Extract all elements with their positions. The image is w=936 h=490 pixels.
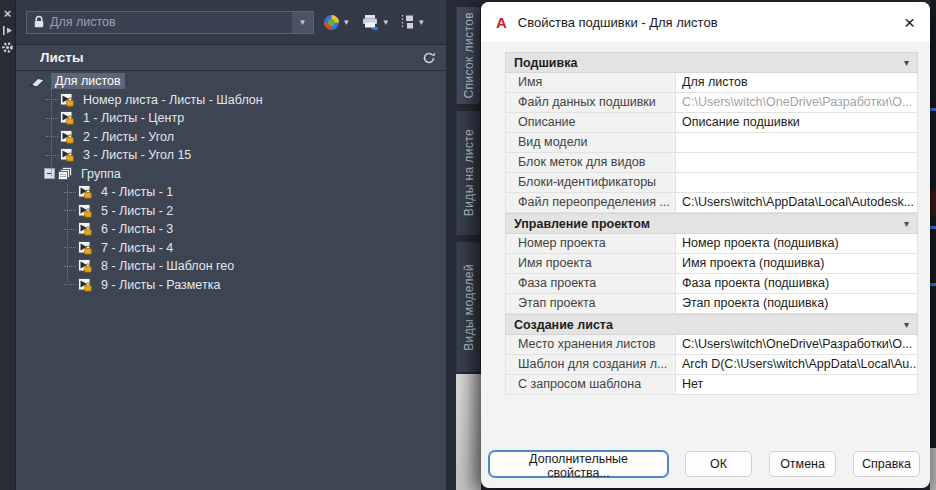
property-value[interactable]: Описание подшивки [676,113,917,132]
property-value[interactable]: Этап проекта (подшивка) [676,294,917,313]
tree-connector [46,99,58,100]
chevron-down-icon: ▾ [381,18,392,27]
tree-item[interactable]: Группа [18,165,444,184]
section-title: Подшивка [514,56,577,70]
property-label: Шаблон для создания л... [506,355,676,374]
tree-item[interactable]: 1 - Листы - Центр [18,109,444,128]
close-icon[interactable]: × [904,13,915,32]
tree-item-label: Группа [77,166,125,182]
help-button[interactable]: Справка [853,451,920,477]
sheet-icon [60,111,74,125]
tree-item-label: 4 - Листы - 1 [97,184,177,200]
tree-connector [64,229,76,230]
property-value[interactable]: C:\Users\witch\OneDrive\Разработки\О... [676,93,917,112]
canvas-line [930,226,936,229]
property-label: Фаза проекта [506,274,676,293]
tree-item[interactable]: 2 - Листы - Угол [18,128,444,147]
property-label: Файл данных подшивки [506,93,676,112]
tree-item[interactable]: 9 - Листы - Разметка [18,276,444,295]
property-row: Фаза проекта Фаза проекта (подшивка) [505,274,918,294]
tree-item[interactable]: 3 - Листы - Угол 15 [18,146,444,165]
property-grid: Подшивка ▾ Имя Для листов Файл данных по… [505,52,918,395]
autocad-logo-icon: A [496,14,507,31]
group-icon [58,167,72,180]
property-label: Файл переопределения ... [506,193,676,212]
additional-properties-button[interactable]: Дополнительные свойства... [489,451,668,477]
tree-item-label: Номер листа - Листы - Шаблон [79,92,267,108]
property-value[interactable]: C:\Users\witch\OneDrive\Разработки\О... [676,335,917,354]
property-value[interactable] [676,173,917,192]
tree-item[interactable]: Для листов [18,72,444,91]
gear-icon[interactable] [0,39,15,56]
publish-web-icon [323,14,340,31]
details-icon [400,14,415,30]
palette-toolbar: Для листов ▾ ▾ ▾ ▾ [16,0,446,45]
sheet-tree: Для листов Номер листа - Листы - Шаблон … [18,72,444,486]
pin-icon[interactable] [0,22,15,39]
property-label: Блоки-идентификаторы [506,173,676,192]
tree-item-label: 5 - Листы - 2 [97,203,177,219]
property-value[interactable]: C:\Users\witch\AppData\Local\Autodesk... [676,193,917,212]
property-value[interactable]: Нет [676,375,917,394]
tree-connector [46,155,58,156]
chevron-down-icon: ▾ [416,18,427,27]
tree-item[interactable]: 7 - Листы - 4 [18,239,444,258]
tree-item-label: 9 - Листы - Разметка [97,277,224,293]
tree-item[interactable]: 6 - Листы - 3 [18,220,444,239]
property-row: Блоки-идентификаторы [505,173,918,193]
close-icon[interactable]: × [0,5,15,22]
tree-item[interactable]: 5 - Листы - 2 [18,202,444,221]
cancel-button[interactable]: Отмена [769,451,836,477]
sheet-icon [60,130,74,144]
section-header[interactable]: Управление проектом ▾ [505,213,918,234]
property-value[interactable]: Фаза проекта (подшивка) [676,274,917,293]
sheet-set-palette: Для листов ▾ ▾ ▾ ▾ [16,0,446,490]
tab-label: Виды на листе [462,129,476,216]
property-value[interactable] [676,153,917,172]
property-row: С запросом шаблона Нет [505,375,918,395]
expand-box[interactable] [44,168,55,179]
ok-button[interactable]: ОК [685,451,752,477]
tree-item-label: 7 - Листы - 4 [97,240,177,256]
sheet-set-combo[interactable]: Для листов ▾ [26,11,314,34]
property-row: Файл переопределения ... C:\Users\witch\… [505,193,918,213]
tree-connector [46,136,58,137]
canvas-line [930,283,936,286]
sheet-icon [60,93,74,107]
property-row: Имя Для листов [505,73,918,93]
chevron-down-icon: ▾ [904,57,909,68]
tab-sheet-views[interactable]: Виды на листе [456,110,481,236]
tab-label: Список листов [462,12,476,99]
drawing-canvas-sliver [930,0,936,490]
refresh-icon[interactable] [422,51,436,65]
section-header[interactable]: Создание листа ▾ [505,314,918,335]
property-value[interactable] [676,133,917,152]
tree-item[interactable]: 4 - Листы - 1 [18,183,444,202]
property-value[interactable]: Имя проекта (подшивка) [676,254,917,273]
section-header[interactable]: Подшивка ▾ [505,52,918,73]
property-value[interactable]: Для листов [676,73,917,92]
tab-model-views[interactable]: Виды моделей [456,241,481,373]
tree-item-label: 8 - Листы - Шаблон гео [97,258,238,274]
property-value[interactable]: Arch D(C:\Users\witch\AppData\Local\Au..… [676,355,917,374]
sheets-panel-header: Листы [16,45,446,71]
chevron-down-icon: ▾ [904,218,909,229]
tree-guide-line [67,184,68,282]
publish-plot-button[interactable]: ▾ [361,14,392,31]
tree-item-label: 1 - Листы - Центр [79,110,188,126]
tree-connector [64,210,76,211]
tab-sheet-list[interactable]: Список листов [456,6,481,105]
sheet-details-button[interactable]: ▾ [400,14,427,30]
tree-item[interactable]: Номер листа - Листы - Шаблон [18,91,444,110]
canvas-area [930,448,936,490]
chevron-down-icon: ▾ [904,319,909,330]
publish-web-button[interactable]: ▾ [323,14,352,31]
combo-dropdown-button[interactable]: ▾ [292,12,313,33]
property-row: Этап проекта Этап проекта (подшивка) [505,294,918,314]
dialog-title: Свойства подшивки - Для листов [518,15,718,30]
tree-item-label: 2 - Листы - Угол [79,129,178,145]
tree-item[interactable]: 8 - Листы - Шаблон гео [18,257,444,276]
property-value[interactable]: Номер проекта (подшивка) [676,234,917,253]
tree-connector [64,247,76,248]
tab-label: Виды моделей [462,264,476,351]
